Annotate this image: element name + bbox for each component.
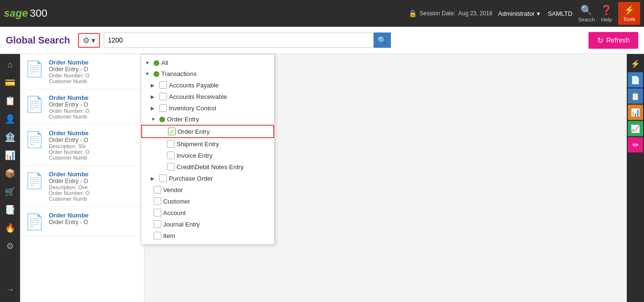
list-item[interactable]: 📄Order NumbeOrder Entry › ODescription: … <box>20 125 144 166</box>
checkbox-indicator <box>154 71 159 77</box>
sidebar-item-home[interactable]: ⌂ <box>1 56 19 73</box>
dropdown-item-label: Shipment Entry <box>177 140 270 148</box>
rstrip-chart[interactable]: 📊 <box>628 105 643 120</box>
search-go-button[interactable]: 🔍 <box>374 32 391 48</box>
dropdown-item-vendor[interactable]: Vendor <box>141 184 274 195</box>
session-label: Session Date: <box>420 10 455 17</box>
help-icon: ❓ <box>600 4 612 16</box>
checkbox-indicator <box>154 232 161 239</box>
rstrip-doc2[interactable]: 📋 <box>628 88 643 104</box>
result-detail: Order Number: O <box>49 73 89 78</box>
lock-icon: 🔒 <box>409 10 417 17</box>
dropdown-item-transactions[interactable]: ▼Transactions <box>141 68 274 79</box>
dropdown-item-accounts-receivable[interactable]: ▶Accounts Receivable <box>141 91 274 102</box>
rstrip-flash[interactable]: ⚡ <box>628 56 643 71</box>
checkbox-indicator <box>159 174 167 182</box>
refresh-label: Refresh <box>606 36 630 44</box>
dropdown-item-label: Accounts Payable <box>169 82 270 89</box>
sidebar-item-purchase[interactable]: 📑 <box>1 201 19 218</box>
dropdown-item-label: Accounts Receivable <box>169 93 270 100</box>
sidebar-item-ar[interactable]: 📋 <box>1 92 19 109</box>
filter-gear-button[interactable]: ⚙ ▾ <box>78 33 100 48</box>
sidebar-item-payroll[interactable]: 👤 <box>1 110 19 128</box>
tools-button[interactable]: ⚡ Tools <box>618 2 640 25</box>
list-item[interactable]: 📄Order NumbeOrder Entry › OOrder Number:… <box>20 89 144 125</box>
result-subtitle: Order Entry › O <box>49 101 89 108</box>
dropdown-item-label: Account <box>163 209 270 216</box>
sidebar-item-project[interactable]: 🔥 <box>1 219 19 237</box>
result-info: Order NumbeOrder Entry › OOrder Number: … <box>49 94 89 119</box>
sidebar: ⌂ 💳 📋 👤 🏦 📊 📦 🛒 📑 🔥 ⚙ → <box>0 54 20 302</box>
rstrip-report[interactable]: 📈 <box>628 121 643 136</box>
tools-icon: ⚡ <box>624 5 634 15</box>
expand-arrow-icon: ▶ <box>151 83 157 88</box>
rstrip-edit[interactable]: ✏ <box>628 137 643 152</box>
doc-icon: 📄 <box>25 213 44 231</box>
logo-sage: sage <box>4 7 28 20</box>
dropdown-item-shipment-entry[interactable]: Shipment Entry <box>141 138 274 150</box>
result-subtitle: Order Entry › O <box>49 178 89 184</box>
list-item[interactable]: 📄Order NumbeOrder Entry › OOrder Number:… <box>20 54 144 89</box>
session-date: Aug 23, 2018 <box>458 10 492 17</box>
sidebar-item-inventory[interactable]: 📦 <box>1 165 19 182</box>
doc-icon: 📄 <box>25 95 44 113</box>
sidebar-item-tax[interactable]: 📊 <box>1 147 19 164</box>
dropdown-item-label: Item <box>163 232 270 239</box>
checkbox-indicator <box>159 93 167 100</box>
dropdown-item-label: Order Entry <box>178 128 269 135</box>
dropdown-item-account[interactable]: Account <box>141 207 274 218</box>
filter-dropdown: ▼All▼Transactions▶Accounts Payable▶Accou… <box>141 54 275 245</box>
result-title: Order Numbe <box>49 212 89 219</box>
checkbox-indicator <box>167 140 175 148</box>
admin-dropdown[interactable]: Administrator ▾ <box>498 10 540 17</box>
result-title: Order Numbe <box>49 171 89 178</box>
dropdown-item-label: Customer <box>163 198 270 205</box>
dropdown-item-label: Journal Entry <box>163 221 270 228</box>
dropdown-item-invoice-entry[interactable]: Invoice Entry <box>141 150 274 161</box>
result-title: Order Numbe <box>49 129 89 137</box>
dropdown-item-customer[interactable]: Customer <box>141 195 274 207</box>
checkbox-indicator <box>154 220 161 228</box>
search-nav-button[interactable]: 🔍 Search <box>578 4 595 22</box>
help-button[interactable]: ❓ Help <box>600 4 612 22</box>
search-nav-icon: 🔍 <box>580 4 592 16</box>
dropdown-item-inventory-control[interactable]: ▶Inventory Control <box>141 102 274 114</box>
dropdown-item-item[interactable]: Item <box>141 230 274 241</box>
refresh-button[interactable]: ↻ Refresh <box>588 32 638 49</box>
admin-label: Administrator <box>498 10 535 17</box>
dropdown-item-credit-debit[interactable]: Credit\Debit Notes Entry <box>141 161 274 173</box>
dropdown-item-order-entry-parent[interactable]: ▼Order Entry <box>141 114 274 125</box>
checkbox-indicator <box>159 81 167 89</box>
list-item[interactable]: 📄Order NumbeOrder Entry › O <box>20 207 144 236</box>
sidebar-item-settings[interactable]: ⚙ <box>1 237 19 255</box>
result-title: Order Numbe <box>49 94 89 101</box>
sidebar-item-order[interactable]: 🛒 <box>1 183 19 200</box>
dropdown-item-accounts-payable[interactable]: ▶Accounts Payable <box>141 79 274 91</box>
dropdown-item-order-entry-child[interactable]: ✓Order Entry <box>141 125 274 138</box>
dropdown-item-journal-entry[interactable]: Journal Entry <box>141 218 274 230</box>
checkbox-indicator: ✓ <box>168 128 176 135</box>
checkbox-indicator <box>159 117 165 122</box>
result-detail: Customer Numb <box>49 78 89 84</box>
page-title: Global Search <box>6 35 70 46</box>
top-bar-right: 🔒 Session Date: Aug 23, 2018 Administrat… <box>409 2 640 25</box>
result-detail: Customer Numb <box>49 114 89 119</box>
checkbox-indicator <box>154 60 159 66</box>
search-input[interactable] <box>104 32 374 48</box>
company-label: SAMLTD <box>548 10 573 17</box>
dropdown-item-label: Purchase Order <box>169 175 270 182</box>
list-item[interactable]: 📄Order NumbeOrder Entry › ODescription: … <box>20 166 144 207</box>
sidebar-item-logout[interactable]: → <box>1 281 19 298</box>
admin-arrow-icon: ▾ <box>537 10 540 17</box>
rstrip-doc1[interactable]: 📄 <box>628 72 643 87</box>
expand-arrow-icon: ▶ <box>151 176 157 181</box>
result-detail: Order Number: O <box>49 190 89 196</box>
result-detail: Description: Shi <box>49 143 89 149</box>
gear-icon: ⚙ <box>83 36 89 45</box>
result-detail: Order Number: O <box>49 108 89 114</box>
sidebar-item-bank[interactable]: 🏦 <box>1 129 19 146</box>
dropdown-item-purchase-order[interactable]: ▶Purchase Order <box>141 173 274 184</box>
dropdown-item-all[interactable]: ▼All <box>141 57 274 68</box>
expand-arrow-icon: ▼ <box>151 117 157 122</box>
sidebar-item-ap[interactable]: 💳 <box>1 74 19 91</box>
